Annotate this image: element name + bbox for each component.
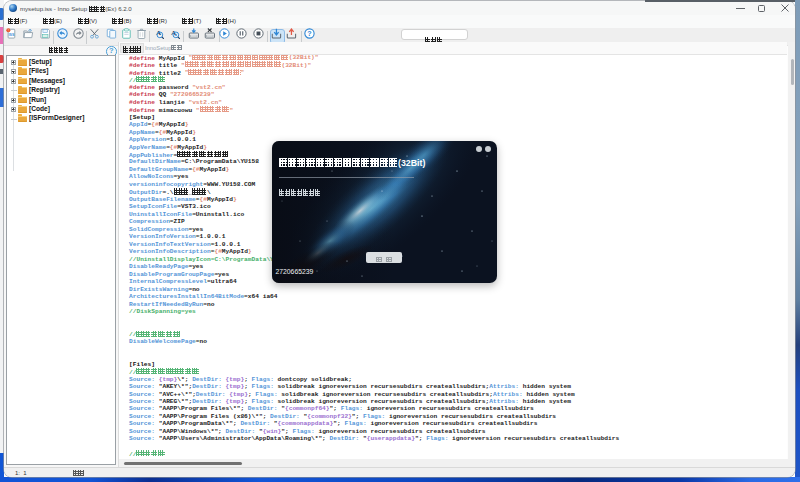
svg-text:?: ? [307, 30, 311, 38]
svg-text:ISS: ISS [9, 33, 15, 37]
svg-text:!: ! [8, 29, 9, 33]
